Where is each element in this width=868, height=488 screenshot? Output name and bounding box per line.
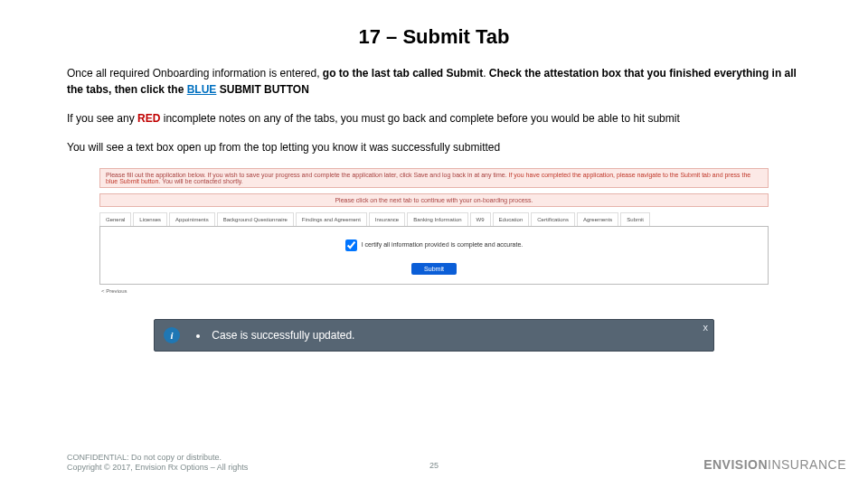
page-number: 25 — [429, 461, 439, 470]
paragraph-3: You will see a text box open up from the… — [67, 139, 801, 155]
p2-post: incomplete notes on any of the tabs, you… — [160, 112, 679, 125]
close-icon[interactable]: x — [703, 322, 709, 333]
brand-part-a: ENVISION — [703, 457, 768, 472]
tab-w9[interactable]: W9 — [470, 212, 491, 226]
paragraph-1: Once all required Onboarding information… — [67, 65, 801, 98]
tab-background-questionnaire[interactable]: Background Questionnaire — [217, 212, 294, 226]
attestation-row: I certify all information provided is co… — [100, 239, 768, 251]
instruction-banner-2: Please click on the next tab to continue… — [99, 193, 769, 207]
submit-panel: I certify all information provided is co… — [99, 227, 769, 285]
tab-banking-information[interactable]: Banking Information — [407, 212, 467, 226]
footer-line-2: Copyright © 2017, Envision Rx Options – … — [67, 463, 248, 474]
success-toast: i Case is successfully updated. x — [154, 319, 714, 352]
p1-bold1: go to the last tab called Submit — [323, 67, 483, 80]
embedded-app-screenshot: Please fill out the application below. I… — [99, 168, 769, 294]
attestation-label: I certify all information provided is co… — [362, 241, 524, 248]
p2-red: RED — [137, 112, 160, 125]
attestation-checkbox[interactable] — [345, 239, 357, 251]
tab-submit[interactable]: Submit — [620, 212, 650, 226]
footer-disclaimer: CONFIDENTIAL: Do not copy or distribute.… — [67, 453, 248, 474]
info-icon: i — [164, 327, 180, 343]
tab-findings-agreement[interactable]: Findings and Agreement — [296, 212, 367, 226]
banner1-part-a: Please fill out the application below. I… — [106, 172, 509, 178]
tab-agreements[interactable]: Agreements — [577, 212, 618, 226]
p1-bold3: SUBMIT BUTTON — [216, 83, 308, 96]
tab-general[interactable]: General — [99, 212, 131, 226]
tab-insurance[interactable]: Insurance — [369, 212, 405, 226]
paragraph-2: If you see any RED incomplete notes on a… — [67, 110, 801, 127]
p1-pre: Once all required Onboarding information… — [67, 67, 323, 80]
footer-line-1: CONFIDENTIAL: Do not copy or distribute. — [67, 453, 248, 464]
banner1-part-c: You will be contacted shortly. — [162, 178, 243, 184]
brand-part-b: INSURANCE — [768, 457, 846, 472]
tab-certifications[interactable]: Certifications — [531, 212, 575, 226]
tab-licenses[interactable]: Licenses — [133, 212, 167, 226]
page-title: 17 – Submit Tab — [67, 25, 801, 49]
p2-pre: If you see any — [67, 112, 137, 125]
tab-strip: General Licenses Appointments Background… — [99, 212, 769, 227]
previous-link[interactable]: < Previous — [99, 285, 769, 294]
toast-message: Case is successfully updated. — [212, 329, 354, 342]
p1-mid: . — [483, 67, 489, 80]
submit-button[interactable]: Submit — [411, 263, 457, 275]
bullet-icon — [196, 334, 200, 338]
p1-blue: BLUE — [187, 83, 217, 96]
tab-education[interactable]: Education — [493, 212, 530, 226]
tab-appointments[interactable]: Appointments — [169, 212, 215, 226]
instruction-banner-1: Please fill out the application below. I… — [99, 168, 769, 188]
brand-logo: ENVISIONINSURANCE — [703, 457, 846, 472]
